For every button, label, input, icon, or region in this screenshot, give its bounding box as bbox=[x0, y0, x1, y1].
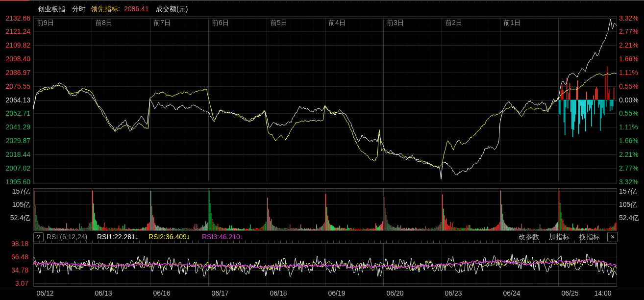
price-axis-label: 2064.13 bbox=[0, 96, 30, 104]
percent-axis-label: 1.11% bbox=[619, 123, 638, 131]
percent-axis-label: 0.55% bbox=[619, 82, 639, 90]
percent-axis-label: 1.66% bbox=[619, 137, 639, 145]
date-label: 06/12 bbox=[29, 289, 61, 297]
tab-minute-chart[interactable]: 分时 bbox=[72, 4, 86, 13]
volume-axis-label-left: 157亿 bbox=[0, 187, 30, 195]
switch-indicator-button[interactable]: 换指标 bbox=[579, 232, 600, 242]
price-axis-label: 2041.29 bbox=[0, 123, 30, 131]
prev-day-label: 前6日 bbox=[212, 19, 229, 26]
volume-axis-label-right: 157亿 bbox=[619, 187, 637, 195]
change-params-button[interactable]: 改参数 bbox=[519, 232, 539, 242]
prev-day-label: 前5日 bbox=[270, 19, 288, 26]
percent-axis-label: 2.77% bbox=[619, 164, 639, 172]
rsi3-value: RSI3:46.210↓ bbox=[202, 232, 244, 242]
index-title: 创业板指 bbox=[38, 4, 65, 13]
rsi1-value: RSI1:22.281↓ bbox=[97, 232, 139, 242]
add-indicator-button[interactable]: 加指标 bbox=[549, 232, 570, 242]
rsi-axis-label: 66.48 bbox=[0, 253, 28, 261]
price-axis-label: 2086.97 bbox=[0, 69, 30, 76]
percent-axis-label: 0.00% bbox=[619, 96, 639, 104]
price-axis-label: 2007.02 bbox=[0, 164, 30, 172]
prev-day-label: 前8日 bbox=[95, 19, 113, 26]
percent-axis-label: 3.32% bbox=[619, 178, 639, 186]
date-label: 06/13 bbox=[88, 289, 119, 297]
price-axis-label: 2121.24 bbox=[0, 27, 30, 35]
volume-axis-label-left: 52.4亿 bbox=[0, 214, 30, 222]
price-axis-label: 2109.82 bbox=[0, 41, 30, 49]
time-label: 14:00 bbox=[587, 289, 619, 297]
percent-axis-label: 2.77% bbox=[619, 27, 639, 35]
prev-day-label: 前2日 bbox=[445, 19, 463, 26]
price-axis-label: 1995.60 bbox=[0, 178, 30, 186]
date-label: 06/16 bbox=[146, 289, 177, 297]
price-axis-label: 2029.87 bbox=[0, 137, 30, 145]
leading-indicator-label: 领先指标: bbox=[91, 4, 120, 13]
date-label: 06/24 bbox=[496, 289, 527, 297]
prev-day-label: 前7日 bbox=[153, 19, 171, 26]
price-axis-label: 2075.55 bbox=[0, 82, 30, 90]
date-label: 06/25 bbox=[554, 289, 586, 297]
date-label: 06/23 bbox=[438, 289, 469, 297]
percent-axis-label: 2.21% bbox=[619, 150, 639, 158]
percent-axis-label: 1.66% bbox=[619, 55, 639, 63]
rsi-axis-label: 3.07 bbox=[0, 279, 28, 287]
prev-day-label: 前4日 bbox=[328, 19, 346, 26]
help-button[interactable]: ? bbox=[33, 232, 44, 242]
prev-day-label: 前9日 bbox=[37, 19, 54, 26]
percent-axis-label: 0.55% bbox=[619, 109, 639, 117]
volume-axis-label-right: 52.4亿 bbox=[619, 214, 639, 222]
date-label: 06/17 bbox=[204, 289, 236, 297]
rsi-axis-label: 98.18 bbox=[0, 240, 28, 248]
date-label: 06/19 bbox=[321, 289, 352, 297]
chart-canvas[interactable] bbox=[0, 0, 644, 300]
stock-chart-app: 创业板指 分时 领先指标: 2086.41 成交额(元) 2132.662121… bbox=[0, 0, 644, 300]
top-border-line bbox=[0, 0, 644, 1]
turnover-label: 成交额(元) bbox=[156, 4, 188, 13]
volume-axis-label-right: 105亿 bbox=[619, 200, 637, 208]
prev-day-label: 前3日 bbox=[387, 19, 404, 26]
percent-axis-label: 3.32% bbox=[619, 14, 639, 22]
price-axis-label: 2052.71 bbox=[0, 109, 30, 117]
close-indicator-button[interactable]: × bbox=[607, 232, 618, 242]
rsi2-value: RSI2:36.409↓ bbox=[149, 232, 190, 242]
volume-axis-label-left: 105亿 bbox=[0, 200, 30, 208]
price-axis-label: 2018.44 bbox=[0, 150, 30, 158]
date-label: 06/20 bbox=[379, 289, 411, 297]
rsi-indicator-name: RSI (6,12,24) bbox=[47, 232, 87, 242]
top-progress-indicator bbox=[0, 0, 29, 1]
leading-indicator-value: 2086.41 bbox=[124, 4, 149, 13]
rsi-axis-label: 34.78 bbox=[0, 266, 28, 274]
percent-axis-label: 1.11% bbox=[619, 69, 638, 76]
price-axis-label: 2098.40 bbox=[0, 55, 30, 63]
price-axis-label: 2132.66 bbox=[0, 14, 30, 22]
prev-day-label: 前1日 bbox=[503, 19, 521, 26]
date-label: 06/18 bbox=[263, 289, 294, 297]
percent-axis-label: 2.21% bbox=[619, 41, 639, 49]
